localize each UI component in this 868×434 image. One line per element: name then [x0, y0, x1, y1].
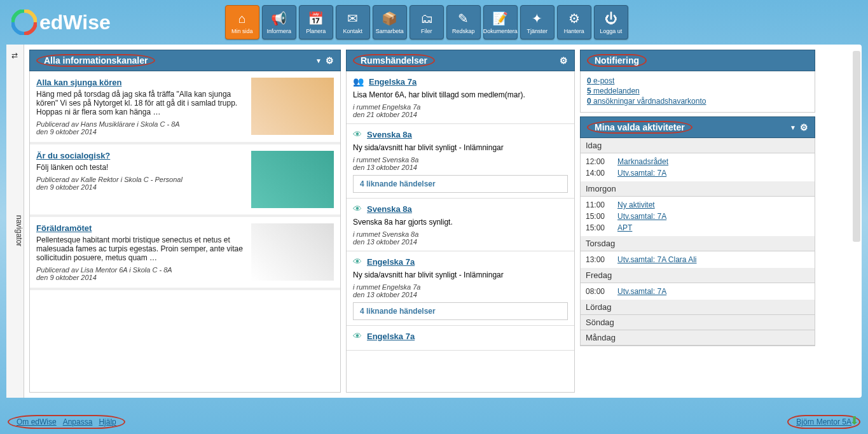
nav-min-sida[interactable]: ⌂Min sida: [225, 5, 259, 39]
activities-dropdown-icon[interactable]: ▼: [790, 124, 796, 131]
info-item-title[interactable]: Är du socialogisk?: [36, 151, 245, 160]
event-link[interactable]: Ny aktivitet: [617, 200, 655, 209]
day-header: Idag: [581, 138, 815, 153]
room-item-link[interactable]: Svenska 8a: [367, 130, 412, 139]
nav-filer[interactable]: 🗂Filer: [410, 5, 444, 39]
nav-icon: ⌂: [234, 10, 251, 27]
nav-label: Informera: [266, 28, 291, 34]
activities-gear-icon[interactable]: ⚙: [800, 122, 808, 132]
footer-link[interactable]: Hjälp: [99, 417, 116, 426]
room-item-link[interactable]: Engelska 7a: [367, 257, 415, 267]
rooms-gear-icon[interactable]: ⚙: [560, 55, 568, 66]
nav-label: Filer: [421, 28, 432, 34]
day-header: Lördag: [581, 300, 815, 315]
nav-hantera[interactable]: ⚙Hantera: [557, 5, 591, 39]
event-link[interactable]: Marknadsrådet: [617, 157, 668, 166]
room-item-meta: i rummet Engelska 7aden 13 oktober 2014: [353, 283, 568, 298]
nav-label: Tjänster: [527, 28, 548, 34]
nav-redskap[interactable]: ✎Redskap: [446, 5, 481, 39]
info-item-meta: Publicerad av Kalle Rektor i Skola C - P…: [36, 176, 245, 191]
info-panel-header: Alla informationskanaler ▼ ⚙: [29, 50, 341, 71]
room-icon: 👁: [353, 331, 362, 341]
nav-label: Planera: [306, 28, 326, 34]
day-event: 15:00Utv.samtal: 7A: [586, 211, 809, 222]
nav-icon: ✦: [529, 10, 546, 27]
room-item: 👁 Svenska 8a Svenska 8a har gjorts synli…: [347, 199, 574, 251]
footer-user-link[interactable]: Björn Mentor 5A: [796, 417, 851, 426]
day-event: 11:00Ny aktivitet: [586, 199, 809, 211]
logo-text: edWise: [39, 11, 111, 34]
event-time: 13:00: [586, 255, 611, 264]
day-event: 13:00Utv.samtal: 7A Clara Ali: [586, 254, 809, 265]
room-item: 👁 Engelska 7a Ny sida/avsnitt har blivit…: [347, 251, 574, 326]
event-link[interactable]: APT: [617, 223, 632, 232]
room-item-link[interactable]: Svenska 8a: [367, 204, 412, 214]
nav-icon: ⏻: [603, 10, 619, 27]
room-item: 👁 Engelska 7a: [347, 326, 574, 351]
logo-icon: [11, 10, 37, 35]
day-header: Fredag: [581, 268, 815, 283]
info-item-meta: Publicerad av Hans Musiklärare i Skola C…: [36, 120, 245, 136]
activities-panel-body: Idag12:00Marknadsrådet14:00Utv.samtal: 7…: [580, 138, 815, 346]
info-gear-icon[interactable]: ⚙: [326, 55, 334, 66]
room-item-desc: Svenska 8a har gjorts synligt.: [353, 218, 568, 227]
info-item-title[interactable]: Föräldramötet: [36, 223, 245, 233]
nav-label: Logga ut: [600, 28, 622, 34]
nav-label: Dokumentera: [483, 28, 518, 34]
content-columns: Alla informationskanaler ▼ ⚙ Alla kan sj…: [24, 45, 862, 398]
nav-logga-ut[interactable]: ⏻Logga ut: [594, 5, 628, 39]
nav-bar: ⌂Min sida📢Informera📅Planera✉Kontakt📦Sama…: [225, 5, 628, 39]
event-link[interactable]: Utv.samtal: 7A Clara Ali: [617, 255, 697, 264]
nav-tjänster[interactable]: ✦Tjänster: [520, 5, 555, 39]
info-dropdown-icon[interactable]: ▼: [315, 57, 322, 64]
nav-icon: 📦: [382, 10, 398, 27]
info-item-title[interactable]: Alla kan sjunga kören: [36, 78, 245, 87]
room-item-link[interactable]: Engelska 7a: [369, 77, 417, 87]
room-item-meta: i rummet Svenska 8aden 13 oktober 2014: [353, 230, 568, 246]
activities-panel-header: Mina valda aktiviteter ▼ ⚙: [580, 116, 815, 138]
room-item-meta: i rummet Engelska 7aden 21 oktober 2014: [353, 103, 568, 118]
room-similar-link[interactable]: 4 liknande händelser: [353, 302, 568, 320]
event-time: 08:00: [586, 287, 611, 296]
nav-samarbeta[interactable]: 📦Samarbeta: [373, 5, 407, 39]
footer-link[interactable]: Om edWise: [17, 417, 57, 426]
nav-kontakt[interactable]: ✉Kontakt: [336, 5, 370, 39]
download-icon[interactable]: ⬇: [850, 414, 859, 428]
nav-icon: ⚙: [566, 10, 582, 27]
room-similar-link[interactable]: 4 liknande händelser: [353, 175, 568, 193]
info-item: Alla kan sjunga kören Häng med på torsda…: [30, 71, 340, 144]
event-link[interactable]: Utv.samtal: 7A: [617, 287, 666, 296]
event-link[interactable]: Utv.samtal: 7A: [617, 212, 666, 221]
rooms-column: Rumshändelser ⚙ 👥 Engelska 7a Lisa Mento…: [346, 50, 575, 393]
day-header: Söndag: [581, 315, 815, 330]
event-time: 12:00: [586, 157, 611, 166]
room-item: 👁 Svenska 8a Ny sida/avsnitt har blivit …: [347, 124, 574, 199]
info-item: Föräldramötet Pellentesque habitant morb…: [30, 217, 340, 290]
info-column: Alla informationskanaler ▼ ⚙ Alla kan sj…: [29, 50, 341, 393]
event-link[interactable]: Utv.samtal: 7A: [617, 169, 666, 178]
main-area: navigator Alla informationskanaler ▼ ⚙ A…: [6, 45, 862, 398]
day-header: Torsdag: [581, 236, 815, 251]
nav-icon: ✉: [345, 10, 361, 27]
nav-planera[interactable]: 📅Planera: [299, 5, 333, 39]
header: edWise ⌂Min sida📢Informera📅Planera✉Konta…: [0, 0, 868, 45]
info-item-image: [251, 78, 334, 135]
nav-dokumentera[interactable]: 📝Dokumentera: [483, 5, 518, 39]
room-item-meta: i rummet Svenska 8aden 13 oktober 2014: [353, 156, 568, 171]
nav-label: Min sida: [231, 28, 253, 34]
navigator-tab[interactable]: navigator: [6, 45, 24, 398]
notif-line[interactable]: 5 meddelanden: [587, 87, 808, 95]
nav-icon: 📅: [308, 10, 324, 27]
nav-informera[interactable]: 📢Informera: [262, 5, 296, 39]
notif-line[interactable]: 0 e-post: [587, 76, 808, 85]
room-item-link[interactable]: Engelska 7a: [367, 332, 415, 341]
room-item-desc: Ny sida/avsnitt har blivit synligt - Inl…: [353, 143, 568, 152]
day-events: 08:00Utv.samtal: 7A: [581, 283, 815, 300]
footer-link[interactable]: Anpassa: [63, 417, 93, 426]
notif-line[interactable]: 0 ansökningar vårdnadshavarkonto: [587, 97, 808, 106]
room-icon: 👥: [353, 76, 364, 87]
scrollbar[interactable]: [853, 51, 860, 242]
day-header: Imorgon: [581, 181, 815, 197]
logo[interactable]: edWise: [11, 10, 111, 35]
room-item: 👥 Engelska 7a Lisa Mentor 6A, har blivit…: [347, 71, 574, 124]
